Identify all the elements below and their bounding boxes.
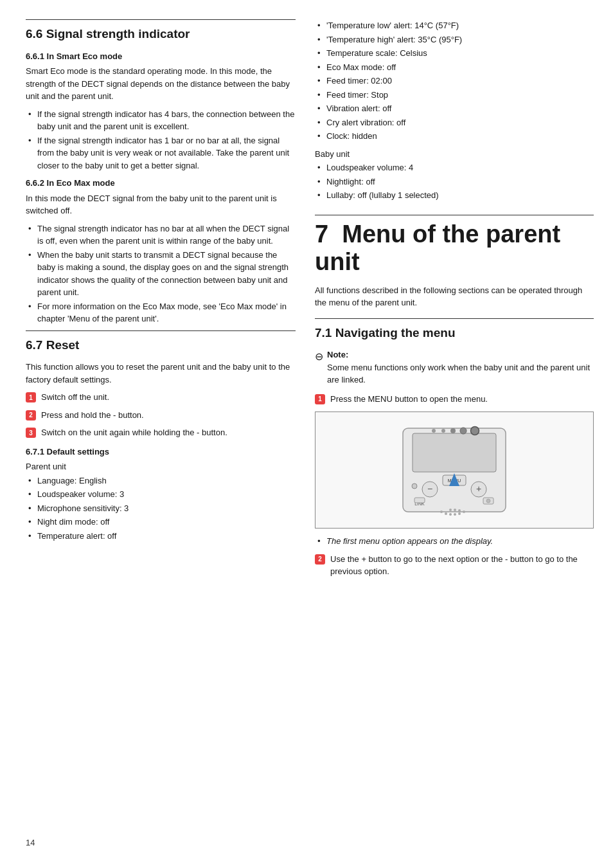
section-6-6-1-intro: Smart Eco mode is the standard operating… xyxy=(26,65,296,103)
svg-point-27 xyxy=(458,509,461,512)
svg-point-23 xyxy=(458,512,461,515)
svg-point-2 xyxy=(432,429,436,433)
default-settings-right: 'Temperature low' alert: 14°C (57°F) 'Te… xyxy=(315,19,594,202)
section-6-7-intro: This function allows you to reset the pa… xyxy=(26,361,296,386)
svg-point-19 xyxy=(440,511,443,513)
svg-point-20 xyxy=(445,512,447,515)
section-6-6-title: 6.6 Signal strength indicator xyxy=(26,25,296,44)
page: 6.6 Signal strength indicator 6.6.1 In S… xyxy=(0,0,613,868)
note-icon: ⊖ xyxy=(315,349,323,365)
section-6-6-1-title: 6.6.1 In Smart Eco mode xyxy=(26,50,296,63)
bullet-item: Clock: hidden xyxy=(315,130,594,143)
bullet-item: Feed timer: Stop xyxy=(315,89,594,102)
svg-point-4 xyxy=(450,428,456,433)
step-badge-3: 3 xyxy=(26,428,36,438)
device-diagram: MENU − + LINK xyxy=(384,422,525,518)
step-2: 2 Press and hold the - button. xyxy=(26,409,296,422)
bullet-item: Temperature alert: off xyxy=(26,530,296,543)
svg-point-5 xyxy=(460,428,466,434)
bullet-italic-item: The first menu option appears on the dis… xyxy=(315,535,594,548)
bullet-item: Microphone sensitivity: 3 xyxy=(26,502,296,515)
nav-step-badge-1: 1 xyxy=(315,394,325,404)
svg-point-24 xyxy=(463,511,465,513)
section-6-7-title: 6.7 Reset xyxy=(26,336,296,355)
svg-rect-1 xyxy=(413,433,496,472)
section-7-intro: All functions described in the following… xyxy=(315,284,594,309)
left-column: 6.6 Signal strength indicator 6.6.1 In S… xyxy=(26,19,296,849)
svg-point-14 xyxy=(412,484,417,489)
svg-text:−: − xyxy=(427,484,432,494)
bullet-item: Night dim mode: off xyxy=(26,516,296,529)
section-divider-6-6 xyxy=(26,19,296,20)
section-7-title-text: Menu of the parent unit xyxy=(315,221,560,276)
baby-unit-bullets: Loudspeaker volume: 4 Nightlight: off Lu… xyxy=(315,161,594,202)
step-badge-1: 1 xyxy=(26,392,36,402)
step-1: 1 Switch off the unit. xyxy=(26,391,296,404)
section-divider-6-7 xyxy=(26,330,296,331)
bullet-item: Temperature scale: Celsius xyxy=(315,47,594,60)
bullet-item: Language: English xyxy=(26,475,296,487)
step-1-text: Switch off the unit. xyxy=(41,391,109,404)
section-6-7: 6.7 Reset This function allows you to re… xyxy=(26,330,296,548)
nav-step-badge-2: 2 xyxy=(315,554,325,565)
svg-point-6 xyxy=(471,427,479,435)
section-7-1: 7.1 Navigating the menu ⊖ Note: Some men… xyxy=(315,318,594,578)
section-divider-7-1 xyxy=(315,318,594,319)
right-bullets: 'Temperature low' alert: 14°C (57°F) 'Te… xyxy=(315,19,594,143)
parent-unit-label: Parent unit xyxy=(26,460,296,473)
svg-text:+: + xyxy=(476,484,481,494)
bullet-item: Feed timer: 02:00 xyxy=(315,75,594,87)
note-text: Some menu functions only work when the b… xyxy=(327,363,590,385)
bullet-item: 'Temperature low' alert: 14°C (57°F) xyxy=(315,19,594,32)
step-3: 3 Switch on the unit again while holding… xyxy=(26,426,296,439)
svg-point-21 xyxy=(449,513,452,516)
section-6-6: 6.6 Signal strength indicator 6.6.1 In S… xyxy=(26,19,296,330)
menu-bullet-list: The first menu option appears on the dis… xyxy=(315,535,594,548)
bullet-item: 'Temperature high' alert: 35°C (95°F) xyxy=(315,33,594,46)
section-6-6-1-bullets: If the signal strength indicator has 4 b… xyxy=(26,108,296,172)
nav-step-1: 1 Press the MENU button to open the menu… xyxy=(315,393,594,406)
step-badge-2: 2 xyxy=(26,410,36,420)
bullet-item: If the signal strength indicator has 1 b… xyxy=(26,134,296,172)
section-6-6-2-bullets: The signal strength indicator has no bar… xyxy=(26,222,296,325)
note-box: ⊖ Note: Some menu functions only work wh… xyxy=(315,348,594,386)
bullet-item: Vibration alert: off xyxy=(315,102,594,115)
section-7-1-title: 7.1 Navigating the menu xyxy=(315,324,594,343)
bullet-item: Cry alert vibration: off xyxy=(315,116,594,129)
bullet-item: When the baby unit starts to transmit a … xyxy=(26,249,296,299)
device-image: MENU − + LINK xyxy=(315,411,594,529)
bullet-item: Lullaby: off (lullaby 1 selected) xyxy=(315,189,594,202)
bullet-item: Loudspeaker volume: 4 xyxy=(315,161,594,174)
svg-point-26 xyxy=(454,509,456,511)
bullet-item: Nightlight: off xyxy=(315,176,594,188)
baby-unit-label: Baby unit xyxy=(315,148,594,161)
section-6-6-2-title: 6.6.2 In Eco Max mode xyxy=(26,177,296,190)
section-7-number: 7 xyxy=(315,221,328,248)
section-6-6-2-intro: In this mode the DECT signal from the ba… xyxy=(26,192,296,217)
nav-step-2: 2 Use the + button to go to the next opt… xyxy=(315,553,594,578)
section-divider-7 xyxy=(315,215,594,215)
bullet-item: If the signal strength indicator has 4 b… xyxy=(26,108,296,133)
section-6-7-1-title: 6.7.1 Default settings xyxy=(26,446,296,458)
section-7-title: 7 Menu of the parent unit xyxy=(315,221,594,276)
bullet-item: For more information on the Eco Max mode… xyxy=(26,300,296,325)
parent-unit-bullets: Language: English Loudspeaker volume: 3 … xyxy=(26,475,296,543)
nav-step-2-text: Use the + button to go to the next optio… xyxy=(330,553,594,578)
page-number: 14 xyxy=(26,824,296,849)
note-content: Note: Some menu functions only work when… xyxy=(327,348,594,386)
section-6-7-1: 6.7.1 Default settings Parent unit Langu… xyxy=(26,446,296,543)
svg-point-22 xyxy=(454,513,456,516)
bullet-item: The signal strength indicator has no bar… xyxy=(26,222,296,248)
svg-point-18 xyxy=(486,499,490,503)
note-label: Note: xyxy=(327,350,348,359)
svg-point-25 xyxy=(449,509,452,511)
reset-steps: 1 Switch off the unit. 2 Press and hold … xyxy=(26,391,296,439)
bullet-item: Eco Max mode: off xyxy=(315,61,594,74)
step-2-text: Press and hold the - button. xyxy=(41,409,144,422)
svg-rect-16 xyxy=(414,498,425,503)
right-column: 'Temperature low' alert: 14°C (57°F) 'Te… xyxy=(315,19,594,849)
section-7: 7 Menu of the parent unit All functions … xyxy=(315,215,594,309)
svg-point-3 xyxy=(441,429,445,433)
step-3-text: Switch on the unit again while holding t… xyxy=(41,426,227,439)
nav-step-1-text: Press the MENU button to open the menu. xyxy=(330,393,488,406)
